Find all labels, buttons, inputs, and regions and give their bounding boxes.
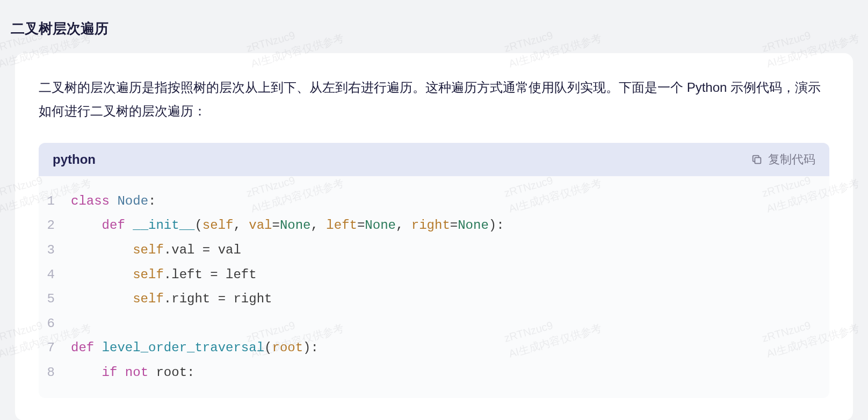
line-content: class Node: [71,189,156,214]
copy-code-label: 复制代码 [768,151,815,168]
code-language-label: python [53,152,96,167]
line-number: 3 [39,238,71,263]
line-number: 1 [39,189,71,214]
code-line: 7def level_order_traversal(root): [39,336,829,360]
copy-icon [751,154,763,165]
line-content: if not root: [71,360,194,385]
line-content: self.val = val [71,238,241,263]
code-line: 2 def __init__(self, val=None, left=None… [39,213,829,238]
content-card: 二叉树的层次遍历是指按照树的层次从上到下、从左到右进行遍历。这种遍历方式通常使用… [15,53,853,420]
line-content: self.right = right [71,287,272,312]
line-number: 7 [39,336,71,360]
code-line: 4 self.left = left [39,263,829,287]
line-content: def level_order_traversal(root): [71,336,319,360]
line-number: 2 [39,213,71,238]
line-number: 5 [39,287,71,312]
code-block: python 复制代码 1class Node:2 def __init__(s… [39,143,829,398]
intro-text: 二叉树的层次遍历是指按照树的层次从上到下、从左到右进行遍历。这种遍历方式通常使用… [39,76,829,124]
code-body: 1class Node:2 def __init__(self, val=Non… [39,176,829,398]
line-content: def __init__(self, val=None, left=None, … [71,213,504,238]
line-number: 6 [39,312,71,336]
code-line: 3 self.val = val [39,238,829,263]
code-line: 6 [39,312,829,336]
line-number: 8 [39,360,71,385]
page-title: 二叉树层次遍历 [0,0,868,53]
line-content: self.left = left [71,263,257,287]
page-container: 二叉树层次遍历 二叉树的层次遍历是指按照树的层次从上到下、从左到右进行遍历。这种… [0,0,868,420]
code-line: 1class Node: [39,189,829,214]
svg-rect-0 [755,157,761,163]
copy-code-button[interactable]: 复制代码 [751,151,815,168]
code-line: 5 self.right = right [39,287,829,312]
code-header: python 复制代码 [39,143,829,176]
line-number: 4 [39,263,71,287]
code-line: 8 if not root: [39,360,829,385]
